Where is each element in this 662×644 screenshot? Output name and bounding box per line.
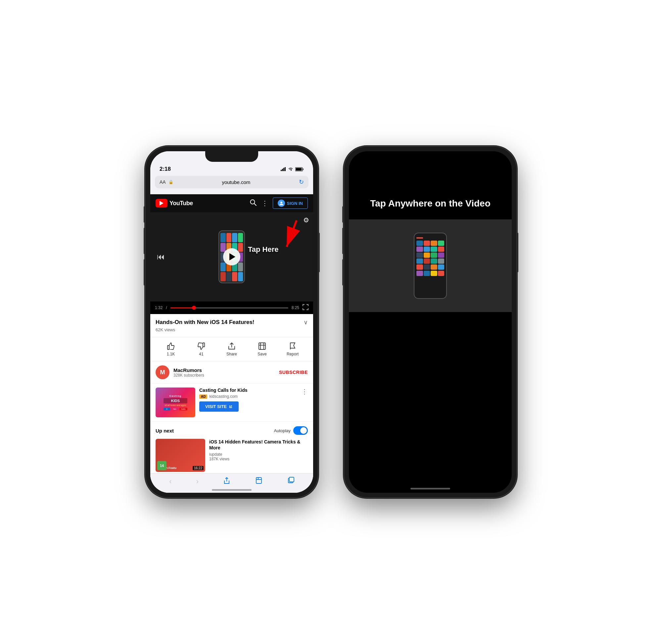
dark-mini-app-library (416, 240, 444, 270)
svg-rect-2 (283, 168, 284, 171)
up-next-header: Up next Autoplay (156, 426, 308, 435)
video-settings-button[interactable]: ⚙ (303, 216, 309, 224)
autoplay-toggle[interactable] (293, 426, 308, 435)
subscribe-button[interactable]: SUBSCRIBE (279, 370, 308, 375)
svg-line-8 (254, 204, 256, 206)
main-scene: 2:18 (0, 0, 662, 644)
d-app-11 (431, 253, 437, 258)
channel-info-row: M MacRumors 328K subscribers SUBSCRIBE (150, 361, 313, 384)
right-volume-down-button[interactable] (342, 259, 344, 285)
ad-title: Casting Calls for Kids (199, 388, 297, 393)
channel-name: MacRumors (174, 367, 279, 373)
signin-avatar-icon (278, 200, 285, 207)
like-count: 1.1K (167, 352, 175, 356)
next-video-card[interactable]: Hidden Featu 14 16:22 iOS 14 Hidden Feat… (156, 439, 308, 472)
browser-forward-button[interactable]: › (196, 477, 199, 486)
mini-app-8 (238, 243, 243, 252)
dark-video-area[interactable] (349, 220, 512, 312)
d-app-3 (431, 240, 437, 246)
d-app-18 (424, 264, 430, 270)
browser-back-button[interactable]: ‹ (169, 477, 172, 486)
youtube-logo-text: YouTube (169, 200, 193, 207)
volume-up-button[interactable] (144, 228, 145, 254)
svg-rect-14 (203, 343, 205, 347)
svg-rect-3 (285, 167, 286, 171)
fullscreen-button[interactable] (302, 304, 309, 312)
dark-mini-app-row2 (416, 271, 444, 276)
svg-rect-1 (282, 169, 283, 171)
video-progress-bar[interactable]: 1:32 / 8:25 (150, 301, 313, 314)
channel-details: MacRumors 328K subscribers (174, 367, 279, 377)
right-volume-up-button[interactable] (342, 228, 344, 254)
visit-site-button[interactable]: VISIT SITE (199, 401, 238, 412)
ad-thumbnail: Casting KIDS of all looks and ages D Nic… (156, 388, 195, 417)
safari-lock-icon: 🔒 (168, 180, 174, 184)
fullscreen-icon (302, 304, 309, 310)
video-total-time: 8:25 (292, 305, 299, 310)
youtube-content: YouTube ⋮ (150, 194, 313, 493)
ios14-badge: 14 (157, 461, 166, 470)
youtube-logo-area: YouTube (156, 199, 246, 207)
youtube-logo-icon (156, 199, 167, 207)
mini-app-16 (238, 262, 243, 272)
d-app-7 (431, 247, 437, 252)
report-label: Report (287, 352, 299, 356)
volume-down-button[interactable] (144, 259, 145, 285)
notch (205, 151, 258, 162)
youtube-signin-button[interactable]: SIGN IN (273, 198, 308, 209)
browser-share-button[interactable] (223, 477, 230, 486)
svg-rect-6 (296, 168, 302, 170)
like-button[interactable]: 1.1K (156, 342, 186, 356)
video-player[interactable]: Tap Here ⏮ (150, 212, 313, 301)
dislike-button[interactable]: 41 (186, 342, 216, 356)
browser-bookmarks-button[interactable] (255, 477, 262, 486)
mini-app-18 (226, 272, 232, 281)
browser-tabs-button[interactable] (287, 477, 294, 486)
report-button[interactable]: Report (277, 342, 308, 356)
video-previous-button[interactable]: ⏮ (157, 252, 165, 261)
share-button[interactable]: Share (216, 342, 247, 356)
d-app-2 (424, 240, 430, 246)
video-info-section: Hands-On with New iOS 14 Features! ∨ 62K… (150, 314, 313, 337)
ad-subtext: of all looks and ages (163, 404, 187, 406)
youtube-search-button[interactable] (250, 199, 257, 208)
d-app-24 (438, 271, 444, 276)
right-mute-button[interactable] (342, 206, 344, 223)
save-icon (258, 342, 267, 350)
safari-refresh-button[interactable]: ↻ (299, 178, 304, 186)
d-app-20 (438, 264, 444, 270)
svg-rect-20 (256, 478, 261, 483)
power-button[interactable] (318, 233, 320, 272)
mini-app-5 (221, 243, 226, 252)
d-app-5 (416, 247, 423, 252)
right-notch (404, 151, 457, 162)
next-video-duration: 16:22 (192, 466, 204, 470)
thumbs-up-icon (166, 342, 175, 350)
video-title: Hands-On with New iOS 14 Features! (156, 319, 301, 326)
progress-track[interactable] (170, 307, 288, 308)
thumbs-down-icon (197, 342, 206, 350)
video-play-button[interactable] (223, 248, 240, 266)
next-video-title: iOS 14 Hidden Features! Camera Tricks & … (209, 439, 308, 451)
ad-badge: AD (199, 394, 207, 399)
up-next-label: Up next (156, 428, 174, 434)
mute-button[interactable] (144, 206, 145, 223)
svg-rect-5 (303, 168, 303, 170)
d-app-17 (416, 264, 423, 270)
save-button[interactable]: Save (247, 342, 277, 356)
right-power-button[interactable] (517, 233, 518, 272)
svg-point-9 (280, 202, 282, 204)
safari-url-display[interactable]: youtube.com (176, 179, 296, 185)
progress-scrubber[interactable] (192, 306, 196, 310)
safari-aa-button[interactable]: AA (160, 179, 166, 185)
signin-label: SIGN IN (287, 201, 303, 206)
ad-more-button[interactable]: ⋮ (301, 388, 308, 395)
book-icon (255, 477, 262, 484)
d-app-12 (438, 253, 444, 258)
youtube-more-button[interactable]: ⋮ (261, 199, 268, 207)
d-app-23 (431, 271, 437, 276)
video-expand-button[interactable]: ∨ (303, 319, 308, 326)
person-icon (279, 201, 284, 206)
safari-address-bar[interactable]: AA 🔒 youtube.com ↻ (155, 176, 309, 188)
ad-thumbnail-content: Casting KIDS of all looks and ages D Nic… (161, 392, 190, 413)
